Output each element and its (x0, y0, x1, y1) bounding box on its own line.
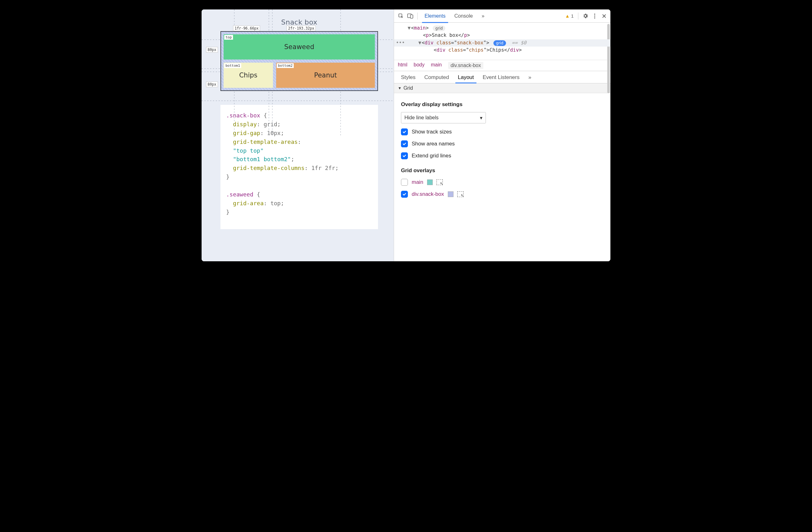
area-tag-bottom1: bottom1 (224, 63, 241, 68)
checkbox-label: Show area names (412, 141, 455, 147)
area-text-bottom2: Peanut (314, 71, 337, 79)
checkbox-label: Show track sizes (412, 129, 452, 135)
tab-layout[interactable]: Layout (454, 71, 478, 83)
grid-demo-wrap: 1fr·96.66px 2fr·193.32px 80px 80px top S… (220, 31, 378, 91)
warning-count: 1 (571, 13, 574, 18)
separator (578, 13, 578, 19)
col-size-label-2: 2fr·193.32px (287, 26, 316, 31)
checkbox-extend-lines[interactable] (401, 152, 408, 159)
checkbox-area-names[interactable] (401, 140, 408, 147)
area-text-top: Seaweed (284, 43, 314, 51)
tab-console[interactable]: Console (450, 10, 477, 23)
device-toggle-icon[interactable] (406, 12, 415, 20)
chevron-down-icon: ▾ (480, 115, 482, 121)
locate-element-icon[interactable] (436, 179, 443, 185)
line-labels-select[interactable]: Hide line labels ▾ (401, 112, 486, 123)
tab-styles[interactable]: Styles (397, 71, 419, 83)
overlay-name-snackbox[interactable]: div.snack-box (412, 191, 444, 197)
crumb-main[interactable]: main (431, 62, 442, 69)
tab-elements[interactable]: Elements (420, 10, 450, 23)
app-window: Snack box 1fr·96.66px 2fr·193.32px 80px … (202, 10, 610, 261)
more-vertical-icon[interactable] (590, 12, 599, 20)
grid-area-bottom1: bottom1 Chips (223, 62, 273, 88)
svg-point-13 (594, 17, 595, 18)
overlay-name-main[interactable]: main (412, 179, 423, 185)
col-size-label-1: 1fr·96.66px (233, 26, 260, 31)
grid-snack-box: top Seaweed bottom1 Chips bottom2 Peanut (220, 31, 378, 91)
tab-computed[interactable]: Computed (420, 71, 452, 83)
styles-tabstrip: Styles Computed Layout Event Listeners » (394, 71, 610, 83)
crumb-html[interactable]: html (398, 62, 407, 69)
selected-node-dots: ••• (396, 39, 405, 46)
separator (417, 13, 418, 19)
svg-rect-10 (410, 15, 413, 18)
overlay-color-swatch[interactable] (448, 192, 453, 197)
row-size-label-2: 80px (206, 82, 218, 87)
tab-event-listeners[interactable]: Event Listeners (479, 71, 523, 83)
dom-tree[interactable]: ▼<main> grid <p>Snack box</p> ••• ▼<div … (394, 23, 610, 60)
inspect-icon[interactable] (396, 12, 405, 20)
breadcrumb[interactable]: html body main div.snack-box (394, 60, 610, 71)
grid-area-top: top Seaweed (223, 34, 375, 59)
layout-panel: Overlay display settings Hide line label… (394, 93, 610, 261)
close-icon[interactable] (600, 12, 609, 20)
row-size-label-1: 80px (206, 47, 218, 53)
area-text-bottom1: Chips (239, 71, 257, 79)
overlay-checkbox-snackbox[interactable] (401, 191, 408, 198)
disclosure-triangle-icon: ▼ (398, 86, 402, 90)
grid-badge: grid (433, 26, 445, 31)
rendered-page: Snack box 1fr·96.66px 2fr·193.32px 80px … (202, 10, 394, 261)
crumb-current[interactable]: div.snack-box (448, 62, 484, 69)
svg-point-11 (594, 14, 595, 15)
grid-overlays-heading: Grid overlays (401, 167, 604, 174)
locate-element-icon[interactable] (457, 192, 464, 197)
warning-badge[interactable]: ▲ 1 (565, 13, 574, 18)
devtools-panel: Elements Console » ▲ 1 ▼<main> (394, 10, 610, 261)
svg-point-12 (594, 15, 595, 17)
area-tag-top: top (224, 35, 233, 40)
overlay-settings-heading: Overlay display settings (401, 101, 604, 108)
crumb-body[interactable]: body (414, 62, 424, 69)
overlay-color-swatch[interactable] (427, 179, 433, 185)
checkbox-track-sizes[interactable] (401, 128, 408, 135)
grid-area-bottom2: bottom2 Peanut (276, 62, 375, 88)
gear-icon[interactable] (581, 12, 590, 20)
warning-icon: ▲ (565, 13, 570, 18)
area-tag-bottom2: bottom2 (277, 63, 294, 68)
checkbox-label: Extend grid lines (412, 153, 451, 159)
section-grid-header[interactable]: ▼ Grid (394, 83, 610, 93)
tab-more[interactable]: » (525, 71, 535, 83)
tab-more[interactable]: » (477, 10, 489, 23)
grid-badge[interactable]: grid (493, 40, 506, 46)
overlay-checkbox-main[interactable] (401, 179, 408, 186)
devtools-toolbar: Elements Console » ▲ 1 (394, 10, 610, 23)
